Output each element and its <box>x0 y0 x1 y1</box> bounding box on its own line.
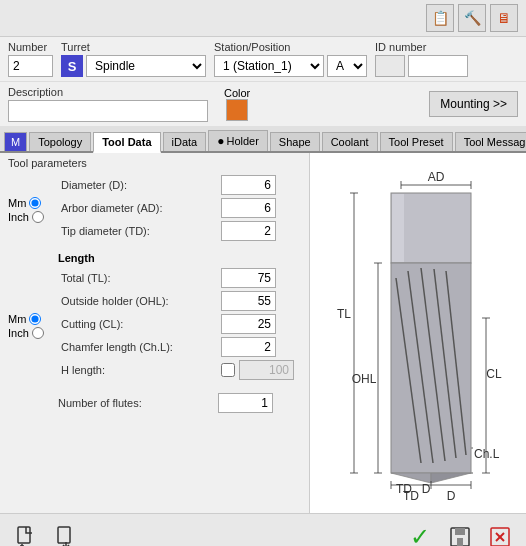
exit-button[interactable] <box>484 521 516 547</box>
number-group: Number <box>8 41 53 77</box>
station-select[interactable]: 1 (Station_1) <box>214 55 324 77</box>
cl-label: CL <box>486 367 502 381</box>
diameter-fields: Diameter (D): Arbor diameter (AD): Tip d… <box>61 175 301 244</box>
desc-input[interactable] <box>8 100 208 122</box>
id-group: ID number <box>375 41 468 77</box>
length-mm-label: Mm <box>8 313 26 325</box>
flutes-row: Number of flutes: <box>8 393 301 413</box>
inch-radio-row: Inch <box>8 211 53 223</box>
flutes-input[interactable] <box>218 393 273 413</box>
tip-diameter-input[interactable] <box>221 221 276 241</box>
outside-holder-label: Outside holder (OHL): <box>61 295 221 307</box>
diameter-input[interactable] <box>221 175 276 195</box>
turret-icon: S <box>61 55 83 77</box>
color-label: Color <box>224 87 250 99</box>
tabs-bar: M Topology Tool Data iData ● Holder Shap… <box>0 126 526 153</box>
mm-radio[interactable] <box>29 197 41 209</box>
outside-holder-input[interactable] <box>221 291 276 311</box>
total-tl-label: Total (TL): <box>61 272 221 284</box>
tab-shape[interactable]: Shape <box>270 132 320 151</box>
left-panel: Tool parameters Mm Inch Diameter (D): <box>0 153 310 513</box>
turret-label: Turret <box>61 41 206 53</box>
tab-tool-message[interactable]: Tool Message <box>455 132 526 151</box>
mounting-button[interactable]: Mounting >> <box>429 91 518 117</box>
id-input[interactable] <box>408 55 468 77</box>
svg-text:TD: TD <box>403 489 419 503</box>
arbor-diameter-input[interactable] <box>221 198 276 218</box>
chamfer-input[interactable] <box>221 337 276 357</box>
svg-rect-38 <box>457 538 463 546</box>
svg-rect-31 <box>18 527 30 543</box>
toolbar-btn-2[interactable]: 🔨 <box>458 4 486 32</box>
toolbar-btn-3[interactable]: 🖥 <box>490 4 518 32</box>
tab-tool-data[interactable]: Tool Data <box>93 132 160 153</box>
length-inch-radio[interactable] <box>32 327 44 339</box>
svg-marker-24 <box>431 473 471 483</box>
cutting-cl-input[interactable] <box>221 314 276 334</box>
diameter-label: Diameter (D): <box>61 179 221 191</box>
diameter-units: Mm Inch <box>8 197 53 223</box>
confirm-button[interactable]: ✓ <box>404 521 436 547</box>
diameter-row: Diameter (D): <box>61 175 301 195</box>
mm-label: Mm <box>8 197 26 209</box>
import-button[interactable] <box>50 521 82 547</box>
ad-label: AD <box>427 170 444 184</box>
toolbar-btn-1[interactable]: 📋 <box>426 4 454 32</box>
tab-coolant[interactable]: Coolant <box>322 132 378 151</box>
length-mm-radio[interactable] <box>29 313 41 325</box>
turret-group: Turret S Spindle <box>61 41 206 77</box>
station-label: Station/Position <box>214 41 367 53</box>
tip-diameter-label: Tip diameter (TD): <box>61 225 221 237</box>
total-tl-input[interactable] <box>221 268 276 288</box>
length-inch-row: Inch <box>8 327 53 339</box>
id-prefix <box>375 55 405 77</box>
svg-rect-22 <box>392 194 404 262</box>
inch-label: Inch <box>8 211 29 223</box>
cutting-cl-label: Cutting (CL): <box>61 318 221 330</box>
tool-diagram: AD TL OHL CL Ch.L <box>326 163 511 503</box>
length-header: Length <box>58 252 301 264</box>
form-row-1: Number Turret S Spindle Station/Position… <box>0 37 526 82</box>
turret-select[interactable]: Spindle <box>86 55 206 77</box>
length-units: Mm Inch <box>8 313 53 339</box>
params-title: Tool parameters <box>8 157 301 169</box>
new-button[interactable] <box>10 521 42 547</box>
color-picker[interactable] <box>226 99 248 121</box>
length-mm-row: Mm <box>8 313 53 325</box>
d-label: D <box>421 482 430 496</box>
bottom-right: ✓ <box>404 521 516 547</box>
total-tl-row: Total (TL): <box>61 268 301 288</box>
tab-holder[interactable]: ● Holder <box>208 130 268 151</box>
number-input[interactable] <box>8 55 53 77</box>
form-row-2: Description Color Mounting >> <box>0 82 526 126</box>
svg-rect-37 <box>455 528 465 535</box>
arbor-diameter-label: Arbor diameter (AD): <box>61 202 221 214</box>
content-area: Tool parameters Mm Inch Diameter (D): <box>0 153 526 513</box>
h-length-row: H length: <box>61 360 301 380</box>
h-length-label: H length: <box>61 364 221 376</box>
chamfer-row: Chamfer length (Ch.L): <box>61 337 301 357</box>
length-section: Length Mm Inch Total (TL): <box>8 252 301 383</box>
arbor-diameter-row: Arbor diameter (AD): <box>61 198 301 218</box>
length-unit-row: Mm Inch Total (TL): Outside holder (OHL)… <box>8 268 301 383</box>
ohl-label: OHL <box>351 372 376 386</box>
length-inch-label: Inch <box>8 327 29 339</box>
bottom-bar: ✓ <box>0 513 526 546</box>
tab-topology[interactable]: Topology <box>29 132 91 151</box>
cutting-cl-row: Cutting (CL): <box>61 314 301 334</box>
tab-idata[interactable]: iData <box>163 132 207 151</box>
diameter-section: Mm Inch Diameter (D): Arbor diameter (AD… <box>8 175 301 244</box>
h-length-checkbox[interactable] <box>221 363 235 377</box>
tab-m[interactable]: M <box>4 132 27 151</box>
position-select[interactable]: A <box>327 55 367 77</box>
inch-radio[interactable] <box>32 211 44 223</box>
mm-radio-row: Mm <box>8 197 53 209</box>
id-label: ID number <box>375 41 468 53</box>
flutes-section: Number of flutes: <box>8 393 301 413</box>
save-button[interactable] <box>444 521 476 547</box>
toolbar: 📋 🔨 🖥 <box>0 0 526 37</box>
tab-tool-preset[interactable]: Tool Preset <box>380 132 453 151</box>
bottom-left <box>10 521 82 547</box>
flutes-label: Number of flutes: <box>58 397 218 409</box>
outside-holder-row: Outside holder (OHL): <box>61 291 301 311</box>
